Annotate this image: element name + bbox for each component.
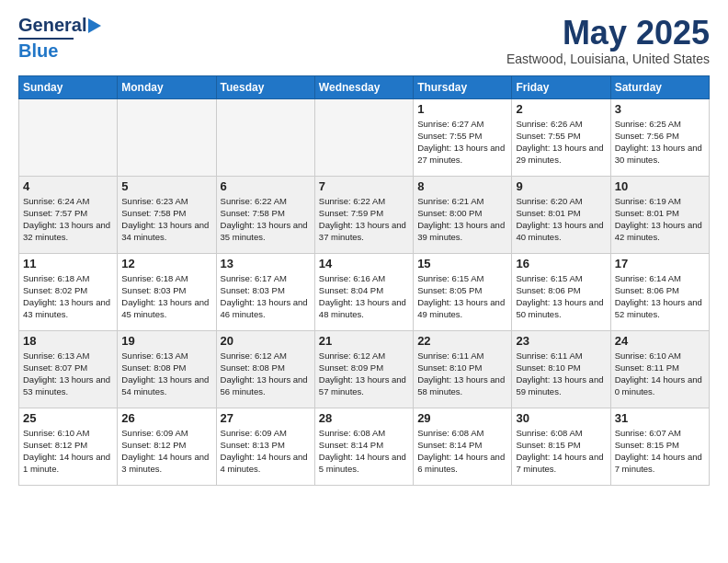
calendar-week-row: 1Sunrise: 6:27 AMSunset: 7:55 PMDaylight… xyxy=(19,98,710,176)
day-info: Sunrise: 6:13 AMSunset: 8:08 PMDaylight:… xyxy=(121,350,211,398)
day-number: 26 xyxy=(121,411,211,425)
day-info: Sunrise: 6:24 AMSunset: 7:57 PMDaylight:… xyxy=(23,195,113,244)
day-info: Sunrise: 6:18 AMSunset: 8:02 PMDaylight:… xyxy=(23,272,113,321)
day-info: Sunrise: 6:11 AMSunset: 8:10 PMDaylight:… xyxy=(417,350,507,398)
calendar-header-row: SundayMondayTuesdayWednesdayThursdayFrid… xyxy=(19,75,710,98)
day-number: 5 xyxy=(121,179,211,193)
day-info: Sunrise: 6:22 AMSunset: 7:58 PMDaylight:… xyxy=(221,195,311,244)
day-number: 10 xyxy=(615,179,705,193)
day-number: 25 xyxy=(23,411,113,425)
day-number: 23 xyxy=(516,334,606,348)
day-info: Sunrise: 6:12 AMSunset: 8:08 PMDaylight:… xyxy=(221,350,311,398)
header: General Blue May 2025 Eastwood, Louisian… xyxy=(18,15,710,66)
calendar-cell: 21Sunrise: 6:12 AMSunset: 8:09 PMDayligh… xyxy=(314,330,413,408)
day-info: Sunrise: 6:26 AMSunset: 7:55 PMDaylight:… xyxy=(516,118,606,167)
day-number: 13 xyxy=(221,257,311,270)
day-info: Sunrise: 6:22 AMSunset: 7:59 PMDaylight:… xyxy=(319,195,409,244)
calendar-cell: 31Sunrise: 6:07 AMSunset: 8:15 PMDayligh… xyxy=(610,408,709,485)
day-info: Sunrise: 6:14 AMSunset: 8:06 PMDaylight:… xyxy=(615,272,705,321)
day-number: 14 xyxy=(319,257,409,270)
calendar-cell xyxy=(216,98,314,176)
calendar-header-sunday: Sunday xyxy=(19,75,118,98)
calendar-week-row: 18Sunrise: 6:13 AMSunset: 8:07 PMDayligh… xyxy=(19,330,710,408)
day-number: 15 xyxy=(417,257,507,270)
day-number: 12 xyxy=(121,257,211,270)
calendar-cell xyxy=(19,98,118,176)
calendar-week-row: 25Sunrise: 6:10 AMSunset: 8:12 PMDayligh… xyxy=(19,408,710,485)
day-info: Sunrise: 6:25 AMSunset: 7:56 PMDaylight:… xyxy=(615,118,705,167)
calendar-cell: 6Sunrise: 6:22 AMSunset: 7:58 PMDaylight… xyxy=(216,176,314,253)
calendar-header-friday: Friday xyxy=(512,75,610,98)
calendar-cell xyxy=(314,98,413,176)
day-info: Sunrise: 6:15 AMSunset: 8:05 PMDaylight:… xyxy=(417,272,507,321)
day-number: 24 xyxy=(615,334,705,348)
calendar-cell: 1Sunrise: 6:27 AMSunset: 7:55 PMDaylight… xyxy=(414,98,512,176)
calendar-cell: 14Sunrise: 6:16 AMSunset: 8:04 PMDayligh… xyxy=(314,253,413,330)
calendar-cell: 20Sunrise: 6:12 AMSunset: 8:08 PMDayligh… xyxy=(216,330,314,408)
calendar-cell: 16Sunrise: 6:15 AMSunset: 8:06 PMDayligh… xyxy=(512,253,610,330)
calendar-week-row: 4Sunrise: 6:24 AMSunset: 7:57 PMDaylight… xyxy=(19,176,710,253)
day-number: 31 xyxy=(615,411,705,425)
calendar-cell: 7Sunrise: 6:22 AMSunset: 7:59 PMDaylight… xyxy=(314,176,413,253)
calendar-header-saturday: Saturday xyxy=(610,75,709,98)
title-location: Eastwood, Louisiana, United States xyxy=(506,52,710,66)
logo-line xyxy=(18,38,74,40)
title-month: May 2025 xyxy=(506,15,710,52)
day-info: Sunrise: 6:10 AMSunset: 8:12 PMDaylight:… xyxy=(23,427,113,476)
page: General Blue May 2025 Eastwood, Louisian… xyxy=(0,0,728,563)
day-info: Sunrise: 6:09 AMSunset: 8:13 PMDaylight:… xyxy=(221,427,311,476)
calendar-cell: 5Sunrise: 6:23 AMSunset: 7:58 PMDaylight… xyxy=(118,176,216,253)
calendar-cell: 8Sunrise: 6:21 AMSunset: 8:00 PMDaylight… xyxy=(414,176,512,253)
day-info: Sunrise: 6:08 AMSunset: 8:14 PMDaylight:… xyxy=(319,427,409,476)
calendar-cell: 27Sunrise: 6:09 AMSunset: 8:13 PMDayligh… xyxy=(216,408,314,485)
calendar-cell: 4Sunrise: 6:24 AMSunset: 7:57 PMDaylight… xyxy=(19,176,118,253)
calendar-cell: 10Sunrise: 6:19 AMSunset: 8:01 PMDayligh… xyxy=(610,176,709,253)
day-number: 8 xyxy=(417,179,507,193)
day-number: 17 xyxy=(615,257,705,270)
day-info: Sunrise: 6:16 AMSunset: 8:04 PMDaylight:… xyxy=(319,272,409,321)
calendar-week-row: 11Sunrise: 6:18 AMSunset: 8:02 PMDayligh… xyxy=(19,253,710,330)
calendar-cell: 23Sunrise: 6:11 AMSunset: 8:10 PMDayligh… xyxy=(512,330,610,408)
day-info: Sunrise: 6:08 AMSunset: 8:15 PMDaylight:… xyxy=(516,427,606,476)
day-info: Sunrise: 6:18 AMSunset: 8:03 PMDaylight:… xyxy=(121,272,211,321)
calendar-cell: 3Sunrise: 6:25 AMSunset: 7:56 PMDaylight… xyxy=(610,98,709,176)
day-info: Sunrise: 6:11 AMSunset: 8:10 PMDaylight:… xyxy=(516,350,606,398)
day-number: 22 xyxy=(417,334,507,348)
day-number: 18 xyxy=(23,334,113,348)
title-block: May 2025 Eastwood, Louisiana, United Sta… xyxy=(506,15,710,66)
calendar-cell: 25Sunrise: 6:10 AMSunset: 8:12 PMDayligh… xyxy=(19,408,118,485)
day-number: 30 xyxy=(516,411,606,425)
calendar-cell: 11Sunrise: 6:18 AMSunset: 8:02 PMDayligh… xyxy=(19,253,118,330)
day-number: 20 xyxy=(221,334,311,348)
calendar-header-tuesday: Tuesday xyxy=(216,75,314,98)
day-info: Sunrise: 6:08 AMSunset: 8:14 PMDaylight:… xyxy=(417,427,507,476)
day-info: Sunrise: 6:13 AMSunset: 8:07 PMDaylight:… xyxy=(23,350,113,398)
day-info: Sunrise: 6:21 AMSunset: 8:00 PMDaylight:… xyxy=(417,195,507,244)
logo-arrow-icon xyxy=(88,18,101,33)
day-info: Sunrise: 6:09 AMSunset: 8:12 PMDaylight:… xyxy=(121,427,211,476)
calendar-cell: 17Sunrise: 6:14 AMSunset: 8:06 PMDayligh… xyxy=(610,253,709,330)
day-number: 2 xyxy=(516,102,606,116)
day-number: 6 xyxy=(221,179,311,193)
day-info: Sunrise: 6:12 AMSunset: 8:09 PMDaylight:… xyxy=(319,350,409,398)
calendar-cell: 24Sunrise: 6:10 AMSunset: 8:11 PMDayligh… xyxy=(610,330,709,408)
day-number: 1 xyxy=(417,102,507,116)
day-info: Sunrise: 6:07 AMSunset: 8:15 PMDaylight:… xyxy=(615,427,705,476)
logo-blue: Blue xyxy=(18,40,58,62)
day-info: Sunrise: 6:15 AMSunset: 8:06 PMDaylight:… xyxy=(516,272,606,321)
day-number: 29 xyxy=(417,411,507,425)
logo: General Blue xyxy=(18,15,101,62)
calendar-cell: 2Sunrise: 6:26 AMSunset: 7:55 PMDaylight… xyxy=(512,98,610,176)
day-number: 19 xyxy=(121,334,211,348)
day-number: 11 xyxy=(23,257,113,270)
calendar: SundayMondayTuesdayWednesdayThursdayFrid… xyxy=(18,75,710,486)
day-info: Sunrise: 6:19 AMSunset: 8:01 PMDaylight:… xyxy=(615,195,705,244)
day-number: 7 xyxy=(319,179,409,193)
day-info: Sunrise: 6:27 AMSunset: 7:55 PMDaylight:… xyxy=(417,118,507,167)
calendar-cell: 15Sunrise: 6:15 AMSunset: 8:05 PMDayligh… xyxy=(414,253,512,330)
calendar-cell: 12Sunrise: 6:18 AMSunset: 8:03 PMDayligh… xyxy=(118,253,216,330)
day-number: 21 xyxy=(319,334,409,348)
calendar-cell: 22Sunrise: 6:11 AMSunset: 8:10 PMDayligh… xyxy=(414,330,512,408)
calendar-cell: 29Sunrise: 6:08 AMSunset: 8:14 PMDayligh… xyxy=(414,408,512,485)
logo-general: General xyxy=(18,15,86,36)
